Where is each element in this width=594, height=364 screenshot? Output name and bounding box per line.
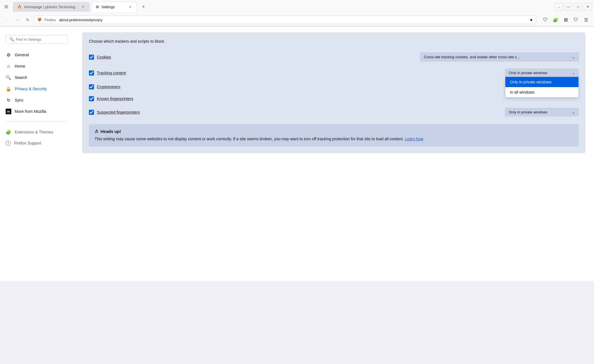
settings-section: Choose which trackers and scripts to blo… [82, 32, 586, 153]
suspected-fingerprinters-row: Suspected fingerprinters Only in private… [89, 105, 579, 120]
suspected-dropdown[interactable]: Only in private windows ⌄ [505, 108, 579, 116]
url-text: about:preferences#privacy [59, 18, 527, 22]
reload-btn[interactable]: ↻ [24, 16, 32, 24]
sidebar: 🔍 ⚙ General ⌂ Home 🔍 Search 🔒 Privacy & … [0, 27, 74, 281]
cryptominers-label-text: Cryptominers [97, 85, 120, 89]
tracking-dropdown-menu: Only in private windows In all windows [505, 77, 579, 98]
tab-settings[interactable]: ⚙ Settings ✕ [91, 2, 137, 12]
sidebar-label-extensions: Extensions & Themes [15, 130, 53, 134]
svg-rect-2 [5, 8, 8, 8]
cookies-dropdown-arrow-icon: ⌄ [572, 55, 575, 59]
shield-icon[interactable]: 🛡 [571, 15, 580, 24]
sidebar-toggle-btn[interactable] [2, 3, 10, 11]
heads-up-title-text: Heads up! [101, 129, 121, 134]
sidebar-item-privacy[interactable]: 🔒 Privacy & Security [0, 83, 74, 94]
title-bar: 🔥 Homepage | gHacks Technolog... ✕ ⚙ Set… [0, 0, 594, 14]
find-in-settings-container: 🔍 [0, 32, 74, 49]
section-description: Choose which trackers and scripts to blo… [89, 39, 579, 44]
heads-up-title: ⚠ Heads up! [95, 129, 573, 134]
tracking-dropdown-arrow-icon: ⌄ [572, 71, 575, 75]
svg-rect-0 [5, 5, 8, 6]
toolbar-icons: 🛡 🧩 🖼 🛡 ☰ [541, 15, 591, 24]
suspected-dropdown-value: Only in private windows [509, 110, 548, 114]
close-btn[interactable]: ✕ [584, 3, 592, 11]
sidebar-item-home[interactable]: ⌂ Home [0, 61, 74, 72]
tab-label: Homepage | gHacks Technolog... [24, 5, 78, 9]
sync-icon: ↻ [6, 97, 11, 103]
fingerprinters-checkbox[interactable] [89, 96, 94, 101]
support-icon: ? [6, 141, 11, 146]
sidebar-item-search[interactable]: 🔍 Search [0, 72, 74, 83]
tracking-label-text: Tracking content [97, 71, 126, 75]
tracking-label[interactable]: Tracking content [89, 70, 502, 76]
mozilla-icon: m [6, 109, 11, 114]
tab-icon: ⚙ [96, 5, 99, 9]
avatar-icon[interactable]: 🖼 [561, 15, 570, 24]
tracking-dropdown-value: Only in private windows [509, 71, 548, 75]
new-tab-button[interactable]: + [140, 3, 148, 11]
cookies-checkbox[interactable] [89, 55, 94, 60]
cryptominers-checkbox[interactable] [89, 84, 94, 89]
find-in-settings-input[interactable] [16, 37, 64, 42]
back-btn[interactable]: ← [3, 16, 11, 24]
cookies-dropdown[interactable]: Cross-site tracking cookies, and isolate… [420, 53, 579, 61]
sidebar-nav: ⚙ General ⌂ Home 🔍 Search 🔒 Privacy & Se… [0, 49, 74, 148]
sidebar-label-general: General [15, 53, 29, 57]
star-icon[interactable]: ★ [529, 18, 533, 22]
forward-btn[interactable]: → [14, 16, 22, 24]
sidebar-label-sync: Sync [15, 98, 23, 102]
tab-homepage[interactable]: 🔥 Homepage | gHacks Technolog... ✕ [13, 2, 90, 12]
dropdown-option-all[interactable]: In all windows [505, 87, 578, 97]
sidebar-item-general[interactable]: ⚙ General [0, 49, 74, 61]
url-bar[interactable]: 🦊 Firefox about:preferences#privacy ★ [34, 16, 536, 24]
lock-icon: 🔒 [6, 86, 11, 92]
address-bar: ← → ↻ 🦊 Firefox about:preferences#privac… [0, 14, 594, 26]
cookies-label-text: Cookies [97, 55, 111, 59]
search-magnifier-icon: 🔍 [9, 37, 14, 42]
cookies-label[interactable]: Cookies [89, 55, 417, 60]
extensions-icon[interactable]: 🧩 [551, 15, 560, 24]
heads-up-box: ⚠ Heads up! This setting may cause some … [89, 124, 579, 147]
window-controls [2, 3, 10, 11]
sidebar-label-support: Firefox Support [14, 141, 41, 145]
suspected-label-text: Suspected fingerprinters [97, 110, 140, 115]
cookies-dropdown-value: Cross-site tracking cookies, and isolate… [424, 55, 520, 59]
gear-icon: ⚙ [6, 52, 11, 58]
main-content: Choose which trackers and scripts to blo… [74, 27, 594, 281]
suspected-checkbox[interactable] [89, 110, 94, 115]
pocket-icon[interactable]: 🛡 [541, 15, 550, 24]
firefox-logo-icon: 🦊 [37, 17, 42, 22]
dropdown-option-private[interactable]: Only in private windows [505, 77, 578, 87]
dropdown-btn[interactable]: ⌄ [555, 3, 563, 11]
learn-how-link[interactable]: Learn how [405, 137, 423, 141]
url-brand: Firefox [44, 18, 56, 22]
sidebar-item-mozilla[interactable]: m More from Mozilla [0, 106, 74, 117]
heads-up-body: This setting may cause some websites to … [95, 136, 573, 142]
sidebar-item-extensions[interactable]: 🧩 Extensions & Themes [0, 126, 74, 138]
tab-close-active-btn[interactable]: ✕ [127, 4, 133, 9]
tracking-content-row: Tracking content Only in private windows… [89, 65, 579, 81]
sidebar-item-sync[interactable]: ↻ Sync [0, 94, 74, 106]
extensions-themes-icon: 🧩 [6, 129, 11, 135]
svg-rect-1 [5, 7, 8, 7]
home-icon: ⌂ [6, 63, 11, 69]
fingerprinters-label-text: Known fingerprinters [97, 96, 133, 101]
sidebar-label-search: Search [15, 75, 27, 80]
cookies-row: Cookies Cross-site tracking cookies, and… [89, 49, 579, 65]
tracking-dropdown-trigger[interactable]: Only in private windows ⌄ [505, 69, 579, 77]
page-body: 🔍 ⚙ General ⌂ Home 🔍 Search 🔒 Privacy & … [0, 27, 594, 281]
menu-icon[interactable]: ☰ [582, 15, 591, 24]
sidebar-item-support[interactable]: ? Firefox Support [0, 138, 74, 148]
sidebar-label-mozilla: More from Mozilla [15, 109, 46, 114]
sidebar-label-privacy: Privacy & Security [15, 87, 47, 91]
find-in-settings-input-wrapper[interactable]: 🔍 [6, 35, 68, 44]
maximize-btn[interactable]: □ [574, 3, 582, 11]
minimize-btn[interactable]: — [565, 3, 572, 11]
suspected-label[interactable]: Suspected fingerprinters [89, 110, 502, 115]
browser-chrome: 🔥 Homepage | gHacks Technolog... ✕ ⚙ Set… [0, 0, 594, 27]
suspected-dropdown-arrow-icon: ⌄ [572, 110, 575, 114]
tab-close-btn[interactable]: ✕ [80, 5, 86, 10]
tracking-checkbox[interactable] [89, 70, 94, 76]
heads-up-text-content: This setting may cause some websites to … [95, 137, 404, 141]
warning-icon: ⚠ [95, 129, 98, 134]
